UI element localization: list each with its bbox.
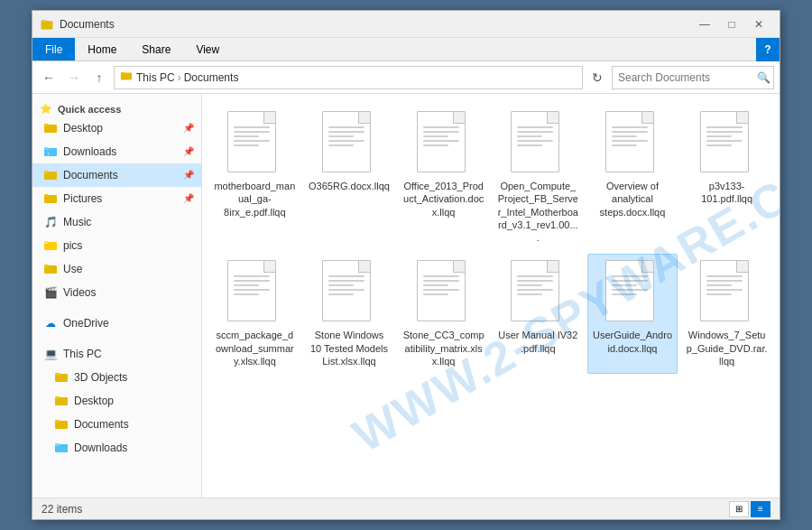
sidebar-item-use[interactable]: Use (32, 257, 201, 281)
doc-line (517, 131, 553, 133)
file-icon (322, 260, 376, 325)
sidebar-item-onedrive[interactable]: ☁ OneDrive (32, 311, 201, 335)
svg-rect-14 (44, 241, 49, 244)
doc-line (706, 131, 743, 133)
list-view-button[interactable]: ≡ (751, 501, 770, 517)
doc-page (511, 111, 559, 172)
sidebar-item-documents2[interactable]: Documents (32, 413, 201, 436)
file-item[interactable]: motherboard_manual_ga-8irx_e.pdf.llqq (209, 105, 300, 250)
sidebar-item-3d-objects[interactable]: 3D Objects (32, 366, 201, 389)
doc-page (322, 111, 371, 172)
doc-line (612, 275, 648, 277)
file-item[interactable]: Open_Compute_Project_FB_Server_Intel_Mot… (493, 105, 584, 250)
title-bar: Documents — □ ✕ (32, 11, 780, 38)
doc-page (227, 260, 276, 321)
folder-icon-3d (54, 370, 69, 385)
doc-lines (706, 275, 743, 298)
svg-rect-10 (44, 171, 49, 173)
doc-line (423, 289, 459, 291)
doc-page (605, 111, 654, 172)
file-icon (605, 260, 660, 325)
folder-icon-desktop (43, 121, 58, 135)
doc-line (706, 140, 743, 142)
doc-line (517, 126, 553, 128)
doc-line (328, 293, 354, 295)
minimize-button[interactable]: — (691, 14, 718, 34)
sidebar-item-desktop[interactable]: Desktop 📌 (32, 116, 201, 140)
sidebar-item-pictures-label: Pictures (63, 192, 178, 205)
doc-line (517, 289, 553, 291)
file-icon (322, 111, 376, 176)
file-icon-wrapper (317, 260, 382, 325)
view-toggle: ⊞ ≡ (729, 501, 770, 517)
sidebar-item-music[interactable]: 🎵 Music (32, 210, 201, 234)
file-item[interactable]: Office_2013_Product_Activation.docx.llqq (398, 105, 489, 250)
file-item[interactable]: sccm_package_download_summary.xlsx.llqq (209, 254, 300, 374)
file-item[interactable]: p3v133-101.pdf.llqq (681, 105, 772, 250)
doc-line (423, 280, 459, 282)
doc-line (234, 131, 270, 133)
tab-view[interactable]: View (183, 38, 232, 60)
sidebar-item-downloads2[interactable]: Downloads (32, 436, 201, 460)
file-item[interactable]: User Manual IV32 .pdf.llqq (493, 254, 584, 374)
file-item[interactable]: Stone Windows 10 Tested Models List.xlsx… (304, 254, 395, 374)
path-this-pc[interactable]: This PC (136, 71, 175, 84)
maximize-button[interactable]: □ (718, 14, 745, 34)
file-name: Office_2013_Product_Activation.docx.llqq (403, 180, 484, 219)
folder-icon-desktop2 (54, 394, 69, 408)
file-icon-wrapper (600, 260, 665, 325)
sidebar-item-pictures[interactable]: Pictures 📌 (32, 187, 201, 210)
sidebar-item-documents[interactable]: Documents 📌 (32, 163, 201, 187)
sidebar-item-downloads-label: Downloads (63, 145, 178, 158)
file-item[interactable]: Windows_7_Setup_Guide_DVD.rar.llqq (681, 254, 772, 374)
sidebar-section-onedrive: ☁ OneDrive (32, 308, 201, 339)
sidebar-item-onedrive-label: OneDrive (63, 317, 194, 330)
sidebar-item-downloads[interactable]: ↓ Downloads 📌 (32, 140, 201, 163)
forward-button[interactable]: → (63, 67, 85, 88)
file-item[interactable]: Stone_CC3_compatibility_matrix.xlsx.llqq (398, 254, 489, 374)
item-count: 22 items (42, 503, 722, 516)
doc-line (517, 293, 542, 295)
svg-rect-22 (55, 420, 60, 423)
tab-file[interactable]: File (32, 38, 75, 60)
file-icon-wrapper (317, 111, 382, 176)
search-icon: 🔍 (757, 71, 770, 84)
address-path[interactable]: This PC › Documents (114, 66, 583, 89)
path-documents[interactable]: Documents (184, 71, 239, 84)
tab-home[interactable]: Home (75, 38, 129, 60)
doc-line (517, 280, 553, 282)
sidebar-item-desktop2[interactable]: Desktop (32, 389, 201, 413)
file-name: Overview of analytical steps.docx.llqq (592, 180, 673, 219)
tab-share[interactable]: Share (129, 38, 183, 60)
sidebar-item-documents-label: Documents (63, 169, 178, 181)
doc-line (423, 275, 459, 277)
sidebar-item-documents2-label: Documents (74, 418, 194, 431)
doc-line (612, 135, 637, 137)
file-name: motherboard_manual_ga-8irx_e.pdf.llqq (214, 180, 295, 219)
search-input[interactable] (618, 71, 753, 84)
grid-view-button[interactable]: ⊞ (729, 501, 749, 517)
address-bar: ← → ↑ This PC › Documents ↻ 🔍 (32, 61, 780, 94)
file-item[interactable]: Overview of analytical steps.docx.llqq (587, 105, 678, 250)
this-pc-icon: 💻 (43, 347, 58, 361)
doc-line (234, 140, 270, 142)
close-button[interactable]: ✕ (745, 14, 772, 34)
file-item[interactable]: O365RG.docx.llqq (304, 105, 395, 250)
sidebar-item-this-pc[interactable]: 💻 This PC (32, 342, 201, 366)
doc-line (328, 135, 354, 137)
doc-line (517, 140, 553, 142)
doc-lines (328, 275, 364, 298)
doc-page (511, 260, 559, 321)
svg-rect-16 (44, 265, 49, 267)
folder-icon-use (43, 262, 58, 276)
sidebar-item-pics[interactable]: pics (32, 234, 201, 257)
sidebar-item-videos[interactable]: 🎬 Videos (32, 281, 201, 304)
file-item[interactable]: UserGuide_Android.docx.llqq (587, 254, 678, 374)
refresh-button[interactable]: ↻ (586, 67, 608, 88)
file-name: Stone Windows 10 Tested Models List.xlsx… (309, 329, 390, 367)
quick-access-label: Quick access (58, 104, 121, 115)
back-button[interactable]: ← (38, 67, 60, 88)
status-bar: 22 items ⊞ ≡ (32, 497, 780, 519)
up-button[interactable]: ↑ (88, 67, 110, 88)
help-button[interactable]: ? (756, 38, 780, 61)
